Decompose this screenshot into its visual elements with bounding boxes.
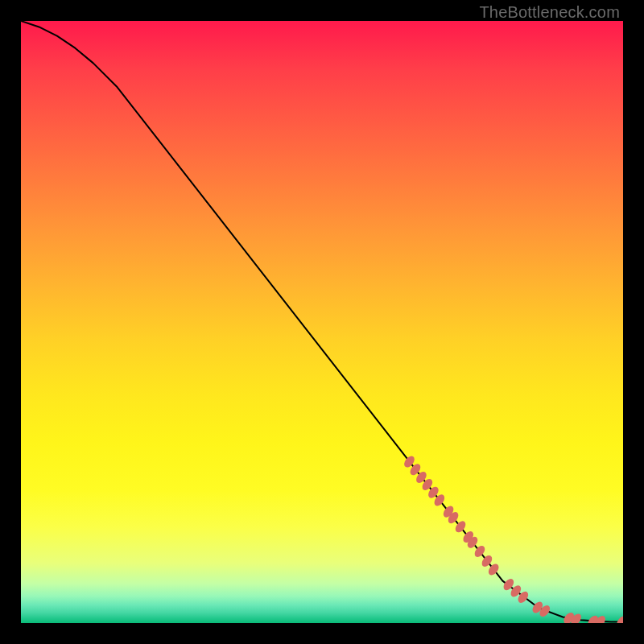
chart-svg-overlay [21, 21, 623, 623]
curve-line [21, 21, 623, 622]
watermark-text: TheBottleneck.com [479, 3, 620, 22]
marker-group [402, 454, 623, 623]
chart-plot-area [21, 21, 623, 623]
